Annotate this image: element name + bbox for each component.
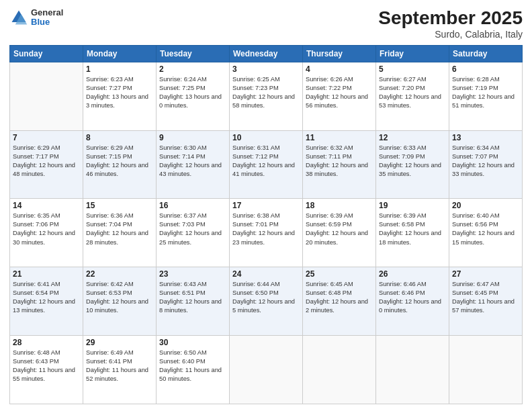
- day-info: Sunrise: 6:25 AMSunset: 7:23 PMDaylight:…: [232, 75, 300, 110]
- table-row: 26Sunrise: 6:46 AMSunset: 6:46 PMDayligh…: [376, 267, 449, 336]
- table-row: 3Sunrise: 6:25 AMSunset: 7:23 PMDaylight…: [230, 62, 303, 130]
- day-number: 3: [232, 64, 300, 74]
- day-info: Sunrise: 6:41 AMSunset: 6:54 PMDaylight:…: [13, 280, 80, 315]
- day-number: 9: [159, 133, 226, 142]
- day-info: Sunrise: 6:36 AMSunset: 7:04 PMDaylight:…: [86, 212, 153, 246]
- day-info: Sunrise: 6:24 AMSunset: 7:25 PMDaylight:…: [159, 75, 226, 110]
- table-row: 13Sunrise: 6:34 AMSunset: 7:07 PMDayligh…: [449, 130, 523, 199]
- calendar-row: 28Sunrise: 6:48 AMSunset: 6:43 PMDayligh…: [10, 336, 523, 404]
- day-info: Sunrise: 6:50 AMSunset: 6:40 PMDaylight:…: [159, 349, 226, 383]
- day-number: 7: [13, 133, 80, 142]
- day-info: Sunrise: 6:45 AMSunset: 6:48 PMDaylight:…: [306, 280, 373, 315]
- day-info: Sunrise: 6:30 AMSunset: 7:14 PMDaylight:…: [159, 144, 226, 179]
- table-row: [449, 336, 523, 404]
- col-friday: Friday: [376, 45, 449, 62]
- table-row: 8Sunrise: 6:29 AMSunset: 7:15 PMDaylight…: [83, 130, 157, 199]
- day-number: 26: [379, 269, 446, 279]
- day-info: Sunrise: 6:29 AMSunset: 7:17 PMDaylight:…: [13, 144, 80, 179]
- col-monday: Monday: [83, 45, 157, 62]
- header: General Blue September 2025 Surdo, Calab…: [9, 8, 523, 40]
- day-number: 16: [159, 201, 226, 210]
- day-info: Sunrise: 6:33 AMSunset: 7:09 PMDaylight:…: [379, 144, 446, 179]
- day-info: Sunrise: 6:31 AMSunset: 7:12 PMDaylight:…: [232, 144, 300, 179]
- day-info: Sunrise: 6:43 AMSunset: 6:51 PMDaylight:…: [159, 280, 226, 315]
- logo-text: General Blue: [31, 8, 63, 28]
- day-info: Sunrise: 6:34 AMSunset: 7:07 PMDaylight:…: [452, 144, 519, 179]
- day-number: 19: [379, 201, 446, 210]
- col-saturday: Saturday: [449, 45, 523, 62]
- page: General Blue September 2025 Surdo, Calab…: [0, 0, 532, 411]
- day-number: 18: [306, 201, 373, 210]
- table-row: 12Sunrise: 6:33 AMSunset: 7:09 PMDayligh…: [376, 130, 449, 199]
- day-info: Sunrise: 6:26 AMSunset: 7:22 PMDaylight:…: [306, 75, 373, 110]
- day-number: 5: [379, 64, 446, 74]
- col-tuesday: Tuesday: [157, 45, 230, 62]
- day-number: 4: [306, 64, 373, 74]
- table-row: 18Sunrise: 6:39 AMSunset: 6:59 PMDayligh…: [303, 199, 376, 267]
- calendar-row: 7Sunrise: 6:29 AMSunset: 7:17 PMDaylight…: [10, 130, 523, 199]
- day-info: Sunrise: 6:27 AMSunset: 7:20 PMDaylight:…: [379, 75, 446, 110]
- logo-blue: Blue: [31, 17, 63, 27]
- title-block: September 2025 Surdo, Calabria, Italy: [378, 8, 523, 40]
- calendar-header-row: Sunday Monday Tuesday Wednesday Thursday…: [10, 45, 523, 62]
- day-info: Sunrise: 6:38 AMSunset: 7:01 PMDaylight:…: [232, 212, 300, 246]
- table-row: 2Sunrise: 6:24 AMSunset: 7:25 PMDaylight…: [157, 62, 230, 130]
- day-info: Sunrise: 6:42 AMSunset: 6:53 PMDaylight:…: [86, 280, 153, 315]
- day-number: 1: [86, 64, 153, 74]
- table-row: 19Sunrise: 6:39 AMSunset: 6:58 PMDayligh…: [376, 199, 449, 267]
- calendar-subtitle: Surdo, Calabria, Italy: [378, 29, 523, 40]
- col-sunday: Sunday: [10, 45, 83, 62]
- calendar-row: 1Sunrise: 6:23 AMSunset: 7:27 PMDaylight…: [10, 62, 523, 130]
- logo: General Blue: [9, 8, 63, 28]
- table-row: 22Sunrise: 6:42 AMSunset: 6:53 PMDayligh…: [83, 267, 157, 336]
- day-number: 20: [452, 201, 519, 210]
- table-row: 25Sunrise: 6:45 AMSunset: 6:48 PMDayligh…: [303, 267, 376, 336]
- day-number: 10: [232, 133, 300, 142]
- day-number: 11: [306, 133, 373, 142]
- table-row: 27Sunrise: 6:47 AMSunset: 6:45 PMDayligh…: [449, 267, 523, 336]
- table-row: 9Sunrise: 6:30 AMSunset: 7:14 PMDaylight…: [157, 130, 230, 199]
- day-number: 17: [232, 201, 300, 210]
- table-row: [303, 336, 376, 404]
- day-number: 14: [13, 201, 80, 210]
- table-row: 14Sunrise: 6:35 AMSunset: 7:06 PMDayligh…: [10, 199, 83, 267]
- day-number: 21: [13, 269, 80, 279]
- day-number: 8: [86, 133, 153, 142]
- day-number: 2: [159, 64, 226, 74]
- table-row: 15Sunrise: 6:36 AMSunset: 7:04 PMDayligh…: [83, 199, 157, 267]
- calendar-title: September 2025: [378, 8, 523, 29]
- table-row: 30Sunrise: 6:50 AMSunset: 6:40 PMDayligh…: [157, 336, 230, 404]
- calendar-row: 14Sunrise: 6:35 AMSunset: 7:06 PMDayligh…: [10, 199, 523, 267]
- calendar-table: Sunday Monday Tuesday Wednesday Thursday…: [9, 45, 523, 404]
- day-info: Sunrise: 6:49 AMSunset: 6:41 PMDaylight:…: [86, 349, 153, 383]
- day-info: Sunrise: 6:35 AMSunset: 7:06 PMDaylight:…: [13, 212, 80, 246]
- logo-general: General: [31, 8, 63, 17]
- table-row: 7Sunrise: 6:29 AMSunset: 7:17 PMDaylight…: [10, 130, 83, 199]
- table-row: 20Sunrise: 6:40 AMSunset: 6:56 PMDayligh…: [449, 199, 523, 267]
- table-row: 17Sunrise: 6:38 AMSunset: 7:01 PMDayligh…: [230, 199, 303, 267]
- day-info: Sunrise: 6:47 AMSunset: 6:45 PMDaylight:…: [452, 280, 519, 315]
- table-row: 28Sunrise: 6:48 AMSunset: 6:43 PMDayligh…: [10, 336, 83, 404]
- col-thursday: Thursday: [303, 45, 376, 62]
- table-row: 21Sunrise: 6:41 AMSunset: 6:54 PMDayligh…: [10, 267, 83, 336]
- day-info: Sunrise: 6:39 AMSunset: 6:59 PMDaylight:…: [306, 212, 373, 246]
- day-number: 24: [232, 269, 300, 279]
- day-number: 22: [86, 269, 153, 279]
- day-number: 27: [452, 269, 519, 279]
- day-number: 23: [159, 269, 226, 279]
- day-number: 12: [379, 133, 446, 142]
- day-info: Sunrise: 6:37 AMSunset: 7:03 PMDaylight:…: [159, 212, 226, 246]
- table-row: 29Sunrise: 6:49 AMSunset: 6:41 PMDayligh…: [83, 336, 157, 404]
- table-row: [376, 336, 449, 404]
- day-info: Sunrise: 6:39 AMSunset: 6:58 PMDaylight:…: [379, 212, 446, 246]
- table-row: 24Sunrise: 6:44 AMSunset: 6:50 PMDayligh…: [230, 267, 303, 336]
- table-row: 6Sunrise: 6:28 AMSunset: 7:19 PMDaylight…: [449, 62, 523, 130]
- table-row: 5Sunrise: 6:27 AMSunset: 7:20 PMDaylight…: [376, 62, 449, 130]
- day-number: 13: [452, 133, 519, 142]
- day-info: Sunrise: 6:40 AMSunset: 6:56 PMDaylight:…: [452, 212, 519, 246]
- day-info: Sunrise: 6:29 AMSunset: 7:15 PMDaylight:…: [86, 144, 153, 179]
- col-wednesday: Wednesday: [230, 45, 303, 62]
- day-info: Sunrise: 6:48 AMSunset: 6:43 PMDaylight:…: [13, 349, 80, 383]
- day-number: 15: [86, 201, 153, 210]
- day-info: Sunrise: 6:44 AMSunset: 6:50 PMDaylight:…: [232, 280, 300, 315]
